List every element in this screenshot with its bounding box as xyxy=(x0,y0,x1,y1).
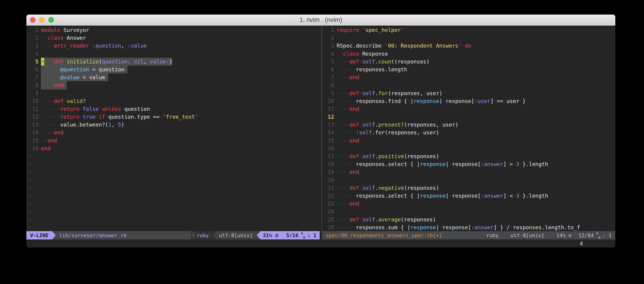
code-token: Answer xyxy=(66,35,86,41)
code-token: self xyxy=(359,130,372,136)
code-line[interactable]: 9····def·self.for(responses,·user) xyxy=(324,89,615,97)
code-token: self xyxy=(362,90,375,96)
code-line[interactable]: 12 xyxy=(324,113,615,121)
code-line[interactable]: 6 @question = question xyxy=(28,66,322,73)
code-line[interactable]: 18······responses.select·{·|response|·re… xyxy=(324,160,615,168)
code-line[interactable]: 7····end xyxy=(324,73,615,81)
code-line[interactable]: 3RSpec.describe·'00:·Respondent·Answers'… xyxy=(324,42,615,50)
code-line[interactable]: 13····def·self.present?(responses,·user) xyxy=(324,121,615,129)
code-line[interactable]: 26······responses.sum·{·|response|·respo… xyxy=(324,224,615,231)
code-line[interactable]: 15··end xyxy=(28,137,322,144)
code-token: · xyxy=(449,193,452,199)
code-line[interactable]: 13······value.between?(1,·5) xyxy=(28,121,322,129)
code-token: :answer xyxy=(481,193,503,199)
tilde-marker: ~ xyxy=(28,201,32,207)
titlebar[interactable]: 1. nvim . (nvim) xyxy=(26,14,615,26)
code-token: | xyxy=(407,224,410,230)
code-token: ······ xyxy=(41,106,60,112)
code-token: ······ xyxy=(336,98,356,104)
line-number: 6 xyxy=(28,66,38,73)
code-line[interactable]: 15····end xyxy=(324,137,615,144)
code-line[interactable]: 5····def·self.count(responses) xyxy=(324,58,615,66)
code-line[interactable]: 1require·'spec_helper' xyxy=(324,26,615,34)
code-line[interactable]: 23····end xyxy=(324,200,615,208)
code-token: · xyxy=(359,27,362,33)
line-number: 26 xyxy=(324,224,334,231)
code-token: · xyxy=(506,193,510,199)
code-token: present? xyxy=(378,122,404,128)
code-line[interactable]: 11······return·false·unless·question xyxy=(28,105,322,113)
code-token: · xyxy=(439,122,442,128)
code-token: ) xyxy=(169,59,172,65)
code-line[interactable]: 2··class·Answer xyxy=(28,34,322,42)
code-line[interactable]: 14······!self.for(responses,·user) xyxy=(324,129,615,137)
editor-content: 1module·Surveyor2··class·Answer3····attr… xyxy=(26,26,615,231)
code-token: · xyxy=(449,161,452,167)
code-line[interactable]: 16 xyxy=(324,144,615,152)
code-line[interactable]: 22······responses.select·{·|response|·re… xyxy=(324,192,615,200)
code-token xyxy=(44,59,54,65)
line-number: 16 xyxy=(28,144,38,152)
code-line[interactable]: 20 xyxy=(324,176,615,184)
code-token xyxy=(64,59,66,65)
code-line[interactable]: 7 @value = value xyxy=(28,73,322,81)
code-token: do xyxy=(465,43,471,49)
code-token: ······ xyxy=(41,122,60,128)
code-line[interactable]: 16end xyxy=(28,144,322,152)
code-line[interactable]: 12······return·true·if·question.type·==·… xyxy=(28,113,322,121)
code-token: question xyxy=(124,106,150,112)
tilde-row: ~ xyxy=(28,184,322,192)
terminal-window: 1. nvim . (nvim) 1module·Surveyor2··clas… xyxy=(26,14,615,248)
line-number-icon: LN xyxy=(596,232,602,239)
buffer-right[interactable]: 1require·'spec_helper'23RSpec.describe·'… xyxy=(322,26,615,231)
code-token: · xyxy=(503,98,506,104)
code-line[interactable]: 14····end xyxy=(28,129,322,137)
code-token: 00: xyxy=(388,43,398,49)
code-line[interactable]: 17····def·self.positive(responses) xyxy=(324,152,615,160)
code-line[interactable]: 3····attr_reader·:question,·:value xyxy=(28,42,322,50)
code-line[interactable]: 10······responses.find·{·|response|·resp… xyxy=(324,97,615,105)
code-token: = question xyxy=(89,66,124,73)
code-token: Respondent xyxy=(401,43,432,49)
code-line[interactable]: 4··class·Response xyxy=(324,50,615,58)
code-token: for xyxy=(378,90,388,96)
code-line[interactable]: 10····def·valid? xyxy=(28,97,322,105)
code-token: · xyxy=(359,51,362,57)
code-line[interactable]: 24 xyxy=(324,208,615,215)
tilde-row: ~ xyxy=(28,200,322,208)
code-token: ' xyxy=(385,43,388,49)
code-token: initialize xyxy=(66,59,98,65)
line-number: 17 xyxy=(324,152,334,160)
code-token: . xyxy=(375,59,378,65)
code-token: 1 xyxy=(108,122,112,128)
code-token: nil xyxy=(134,59,144,65)
code-line[interactable]: 6······responses.length xyxy=(324,66,615,73)
code-line[interactable]: 8 end xyxy=(28,81,322,89)
code-line[interactable]: 2 xyxy=(324,34,615,42)
code-line[interactable]: 4 xyxy=(28,50,322,58)
code-token: require xyxy=(336,27,359,33)
code-line[interactable]: 1module·Surveyor xyxy=(28,26,322,34)
code-line[interactable]: 9 xyxy=(28,89,322,97)
code-token: · xyxy=(519,98,522,104)
code-token: valid? xyxy=(66,98,86,104)
code-line[interactable]: 8 xyxy=(324,81,615,89)
code-token: class xyxy=(48,35,64,41)
command-line[interactable]: 4 xyxy=(26,239,615,248)
code-token: · xyxy=(150,114,153,120)
code-token: · xyxy=(513,161,516,167)
code-token: response xyxy=(420,161,446,167)
code-line[interactable]: 5· def initialize(question: nil, value:) xyxy=(28,58,322,66)
code-token: .for(responses, xyxy=(372,130,420,136)
code-token: · xyxy=(439,224,442,230)
code-token: ···· xyxy=(336,59,349,65)
code-token: (responses) xyxy=(404,185,439,191)
code-token: | xyxy=(436,224,439,230)
buffer-left[interactable]: 1module·Surveyor2··class·Answer3····attr… xyxy=(26,26,322,231)
line-number: 8 xyxy=(324,81,334,89)
code-line[interactable]: 19····end xyxy=(324,168,615,176)
code-line[interactable]: 21····def·self.negative(responses) xyxy=(324,184,615,192)
code-line[interactable]: 11····end xyxy=(324,105,615,113)
code-line[interactable]: 25····def·self.average(responses) xyxy=(324,216,615,224)
code-token xyxy=(131,59,134,65)
